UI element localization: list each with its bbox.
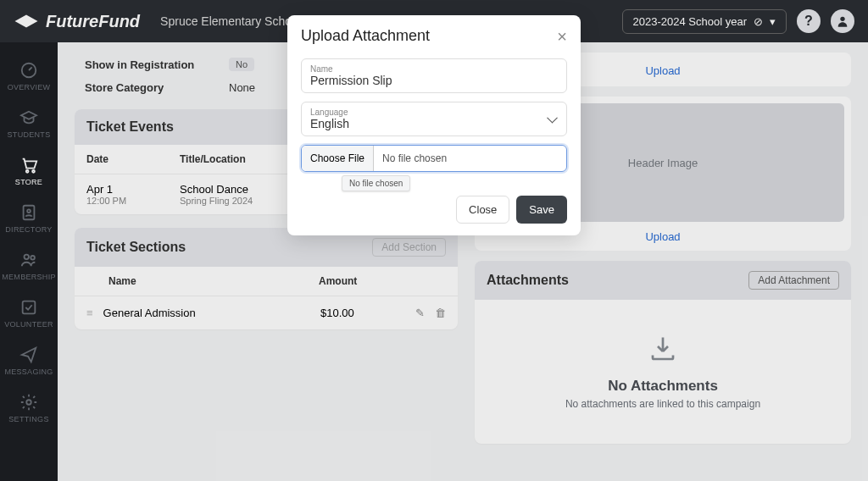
close-button[interactable]: Close [456, 196, 509, 224]
name-value: Permission Slip [310, 74, 558, 87]
upload-attachment-modal: Upload Attachment × Name Permission Slip… [287, 15, 581, 235]
name-field[interactable]: Name Permission Slip [301, 58, 567, 93]
file-tooltip: No file chosen [342, 175, 410, 191]
modal-title: Upload Attachment [301, 27, 430, 45]
file-status: No file chosen [374, 146, 566, 171]
language-select[interactable]: Language English [301, 102, 567, 136]
modal-overlay[interactable]: Upload Attachment × Name Permission Slip… [0, 0, 868, 481]
save-button[interactable]: Save [516, 196, 567, 224]
language-label: Language [310, 108, 558, 117]
choose-file-button[interactable]: Choose File [302, 146, 374, 171]
name-label: Name [310, 64, 558, 74]
close-icon[interactable]: × [557, 28, 567, 45]
language-value: English [310, 117, 558, 130]
file-input[interactable]: Choose File No file chosen [301, 145, 567, 172]
